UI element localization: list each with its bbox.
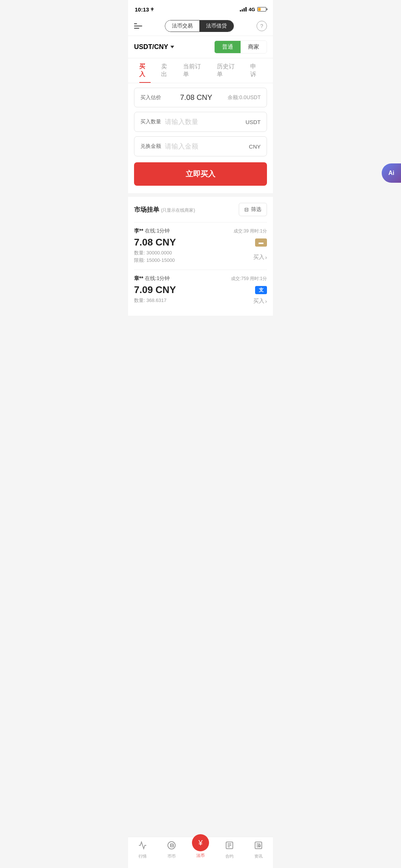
quantity-card[interactable]: 买入数量 请输入数量 USDT bbox=[134, 112, 267, 132]
market-header: 市场挂单 (只显示在线商家) ⊟ 筛选 bbox=[134, 203, 267, 216]
quantity-unit: USDT bbox=[245, 119, 261, 125]
order-seller: 李** 在线:1分钟 bbox=[134, 228, 170, 234]
seller-name: 章** bbox=[134, 275, 143, 281]
market-title-group: 市场挂单 (只显示在线商家) bbox=[134, 205, 195, 214]
order-buy-link[interactable]: 买入 › bbox=[253, 254, 267, 261]
tab-fabi-trade[interactable]: 法币交易 bbox=[165, 20, 199, 32]
chevron-right-icon: › bbox=[265, 298, 267, 304]
sub-tab-current-orders[interactable]: 当前订单 bbox=[178, 58, 211, 83]
status-right: 4G bbox=[240, 7, 266, 12]
filter-icon: ⊟ bbox=[244, 207, 249, 212]
order-limit: 限额: 15000-15000 bbox=[134, 257, 175, 264]
status-time: 10:13 bbox=[135, 6, 154, 13]
filter-label: 筛选 bbox=[251, 206, 261, 213]
help-button[interactable]: ? bbox=[257, 21, 267, 31]
quantity-label: 买入数量 bbox=[140, 118, 161, 125]
sub-tab-history[interactable]: 历史订单 bbox=[212, 58, 245, 83]
order-item: 李** 在线:1分钟 成交:39 用时:1分 7.08 CNY ▬ 数量: 30… bbox=[134, 222, 267, 270]
location-icon bbox=[150, 7, 154, 12]
menu-button[interactable] bbox=[134, 23, 142, 29]
balance-text: 余额:0.0USDT bbox=[228, 94, 261, 101]
buy-form: 买入估价 7.08 CNY 余额:0.0USDT 买入数量 请输入数量 USDT… bbox=[128, 83, 273, 193]
order-buy-link[interactable]: 买入 › bbox=[253, 298, 267, 305]
buy-link-label: 买入 bbox=[253, 298, 264, 305]
online-status: 在线:1分钟 bbox=[145, 228, 170, 234]
order-price: 7.09 CNY bbox=[134, 284, 176, 296]
pair-row: USDT/CNY 普通 商家 bbox=[128, 36, 273, 58]
estimated-price-value: 7.08 CNY bbox=[180, 93, 212, 102]
status-bar: 10:13 4G bbox=[128, 0, 273, 16]
payment-icon-card: ▬ bbox=[255, 238, 267, 247]
order-quantity: 数量: 368.6317 bbox=[134, 297, 166, 304]
order-seller: 章** 在线:1分钟 bbox=[134, 275, 170, 282]
mode-toggle: 普通 商家 bbox=[214, 40, 267, 53]
pair-text: USDT/CNY bbox=[134, 43, 168, 51]
header-tab-group: 法币交易 法币借贷 bbox=[165, 20, 234, 32]
order-item: 章** 在线:1分钟 成交:759 用时:1分 7.09 CNY 支 数量: 3… bbox=[134, 270, 267, 310]
chevron-down-icon bbox=[170, 46, 174, 48]
section-divider bbox=[128, 193, 273, 197]
order-info: 数量: 368.6317 bbox=[134, 297, 166, 305]
amount-placeholder: 请输入金额 bbox=[165, 142, 249, 151]
pair-selector[interactable]: USDT/CNY bbox=[134, 43, 174, 51]
amount-label: 兑换金额 bbox=[140, 143, 161, 150]
order-price: 7.08 CNY bbox=[134, 237, 176, 248]
market-section: 市场挂单 (只显示在线商家) ⊟ 筛选 李** 在线:1分钟 成交:39 用时:… bbox=[128, 197, 273, 316]
estimated-price-card: 买入估价 7.08 CNY 余额:0.0USDT bbox=[134, 88, 267, 107]
order-details: 数量: 368.6317 买入 › bbox=[134, 297, 267, 305]
mode-normal[interactable]: 普通 bbox=[215, 41, 241, 53]
time-label: 用时:1分 bbox=[250, 228, 267, 234]
order-stats: 成交:39 用时:1分 bbox=[234, 228, 267, 234]
time-text: 10:13 bbox=[135, 6, 149, 13]
order-meta: 章** 在线:1分钟 成交:759 用时:1分 bbox=[134, 275, 267, 282]
amount-card[interactable]: 兑换金额 请输入金额 CNY bbox=[134, 136, 267, 156]
buy-button[interactable]: 立即买入 bbox=[134, 162, 267, 186]
order-meta: 李** 在线:1分钟 成交:39 用时:1分 bbox=[134, 228, 267, 234]
tab-fabi-loan[interactable]: 法币借贷 bbox=[199, 20, 234, 32]
mode-merchant[interactable]: 商家 bbox=[241, 41, 267, 53]
sub-tab-appeal[interactable]: 申诉 bbox=[245, 58, 267, 83]
online-status: 在线:1分钟 bbox=[145, 275, 170, 281]
seller-name: 李** bbox=[134, 228, 143, 234]
buy-link-label: 买入 bbox=[253, 254, 264, 261]
sub-tab-buy[interactable]: 买入 bbox=[134, 58, 156, 83]
chevron-right-icon: › bbox=[265, 254, 267, 260]
order-info: 数量: 30000.0000 限额: 15000-15000 bbox=[134, 250, 175, 264]
header: 法币交易 法币借贷 ? bbox=[128, 16, 273, 36]
order-price-row: 7.09 CNY 支 bbox=[134, 284, 267, 296]
quantity-placeholder: 请输入数量 bbox=[165, 117, 245, 126]
time-label: 用时:1分 bbox=[250, 276, 267, 281]
market-subtitle: (只显示在线商家) bbox=[161, 208, 195, 213]
filter-button[interactable]: ⊟ 筛选 bbox=[239, 203, 267, 216]
market-title: 市场挂单 bbox=[134, 206, 159, 213]
sub-tabs: 买入 卖出 当前订单 历史订单 申诉 bbox=[128, 58, 273, 83]
trade-count: 成交:759 bbox=[231, 276, 248, 281]
order-price-row: 7.08 CNY ▬ bbox=[134, 237, 267, 248]
order-quantity: 数量: 30000.0000 bbox=[134, 250, 175, 256]
sub-tab-sell[interactable]: 卖出 bbox=[156, 58, 178, 83]
trade-count: 成交:39 bbox=[234, 228, 249, 234]
help-label: ? bbox=[260, 23, 263, 29]
estimated-price-label: 买入估价 bbox=[140, 94, 161, 101]
order-details: 数量: 30000.0000 限额: 15000-15000 买入 › bbox=[134, 250, 267, 264]
network-label: 4G bbox=[249, 7, 255, 12]
payment-icon-alipay: 支 bbox=[255, 286, 267, 294]
order-stats: 成交:759 用时:1分 bbox=[231, 276, 267, 282]
amount-unit: CNY bbox=[249, 143, 261, 150]
signal-icon bbox=[240, 7, 247, 12]
battery-icon bbox=[257, 7, 266, 12]
